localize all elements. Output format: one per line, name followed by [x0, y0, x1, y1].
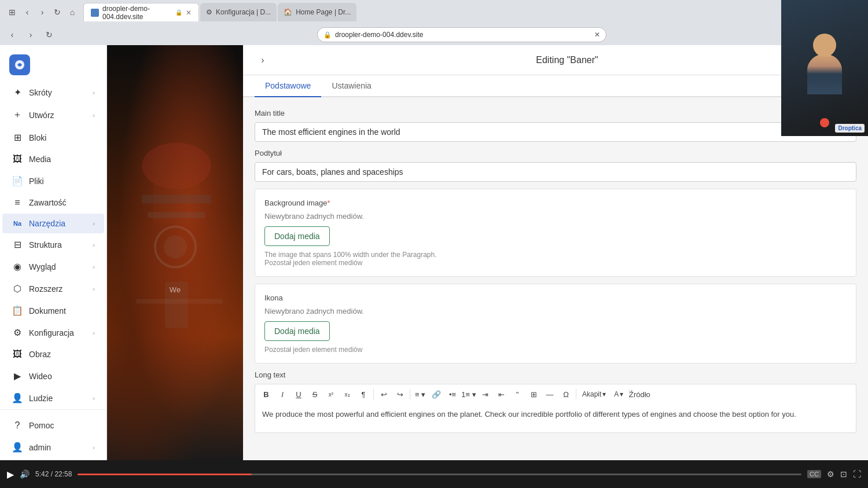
sidebar-help-label: Pomoc — [29, 421, 95, 430]
addr-clear-icon[interactable]: ✕ — [594, 31, 600, 39]
pip-button[interactable]: ⊡ — [840, 469, 847, 479]
main-title-label: Main title — [255, 109, 856, 118]
tools-icon: Na — [12, 220, 23, 227]
rte-subscript-button[interactable]: x₂ — [340, 387, 355, 402]
sidebar-item-files[interactable]: 📄 Pliki — [2, 170, 104, 192]
sidebar-item-help[interactable]: ? Pomoc — [2, 415, 104, 436]
rte-toolbar: B I U S x² x₂ ¶ ↩ ↪ ≡ ▾ 🔗 •≡ 1≡ ▾ ⇥ ⇤ — [255, 384, 856, 404]
rte-blockquote-button[interactable]: " — [510, 387, 525, 402]
rte-content-area[interactable]: We produce the most powerful and efficie… — [255, 404, 856, 433]
long-text-label: Long text — [255, 370, 856, 379]
address-bar-row: ‹ › ↻ 🔒 droopler-demo-004.ddev.site ✕ — [0, 24, 868, 45]
sidebar-item-create[interactable]: ＋ Utwórz › — [2, 104, 104, 126]
extend-icon: ⬡ — [12, 283, 23, 294]
other-tab-2[interactable]: 🏠 Home Page | Dr... — [278, 3, 356, 21]
rte-indent-more-button[interactable]: ⇥ — [477, 387, 492, 402]
bg-image-add-media-button[interactable]: Dodaj media — [264, 226, 330, 246]
video-icon: ▶ — [12, 370, 23, 381]
volume-button[interactable]: 🔊 — [20, 469, 30, 479]
tab-close-icon[interactable]: ✕ — [186, 9, 192, 17]
rte-indent-less-button[interactable]: ⇤ — [494, 387, 509, 402]
squares-btn[interactable]: ⊞ — [6, 6, 19, 19]
rte-ul-button[interactable]: •≡ — [445, 387, 460, 402]
fullscreen-button[interactable]: ⛶ — [853, 469, 861, 479]
back-btn[interactable]: ‹ — [21, 6, 34, 19]
rte-undo-button[interactable]: ↩ — [376, 387, 391, 402]
sidebar-item-extend[interactable]: ⬡ Rozszerz › — [2, 278, 104, 299]
structure-arrow-icon: › — [93, 241, 95, 248]
rte-ol-button[interactable]: 1≡ ▾ — [461, 387, 476, 402]
rte-link-button[interactable]: 🔗 — [429, 387, 444, 402]
tab-podstawowe[interactable]: Podstawowe — [255, 75, 321, 97]
sidebar-structure-label: Struktura — [29, 240, 87, 249]
sidebar-item-appearance[interactable]: ◉ Wygląd › — [2, 256, 104, 277]
settings-button[interactable]: ⚙ — [827, 469, 834, 479]
addr-reload-btn[interactable]: ↻ — [42, 27, 57, 42]
icon-empty-text: Niewybrano żadnych mediów. — [264, 307, 847, 315]
preview-image: We — [107, 45, 243, 460]
addr-back-btn[interactable]: ‹ — [5, 27, 20, 42]
rte-size-dropdown[interactable]: A ▾ — [610, 389, 627, 399]
people-arrow-icon: › — [93, 395, 95, 402]
config-icon: ⚙ — [12, 327, 23, 338]
address-url: droopler-demo-004.ddev.site — [335, 31, 424, 39]
rte-style-dropdown[interactable]: Akapit ▾ — [579, 389, 609, 399]
sidebar-item-admin[interactable]: 👤 admin › — [2, 436, 104, 458]
address-field[interactable]: 🔒 droopler-demo-004.ddev.site ✕ — [317, 27, 606, 42]
sidebar-item-config[interactable]: ⚙ Konfiguracja › — [2, 322, 104, 343]
sidebar-bottom: ? Pomoc 👤 admin › — [0, 409, 106, 460]
sidebar-item-tools[interactable]: Na Narzędzia › — [2, 214, 104, 233]
icon-hint: Pozostał jeden element mediów — [264, 346, 847, 354]
sidebar-admin-label: admin — [29, 443, 87, 452]
active-tab[interactable]: droopler-demo-004.ddev.site 🔒 ✕ — [83, 3, 199, 21]
shortcuts-arrow-icon: › — [93, 89, 95, 96]
rte-table-button[interactable]: ⊞ — [526, 387, 541, 402]
sidebar-item-shortcuts[interactable]: ✦ Skróty › — [2, 82, 104, 103]
video-overlay-inner: Droptica — [781, 0, 868, 136]
reload-btn[interactable]: ↻ — [51, 6, 64, 19]
subtitle-input[interactable] — [255, 162, 856, 182]
rte-bold-button[interactable]: B — [259, 387, 274, 402]
help-icon: ? — [12, 420, 23, 431]
rte-redo-button[interactable]: ↪ — [392, 387, 407, 402]
forward-btn[interactable]: › — [36, 6, 49, 19]
sidebar-item-video[interactable]: ▶ Wideo — [2, 365, 104, 387]
person-figure — [807, 54, 842, 94]
rte-italic-button[interactable]: I — [275, 387, 290, 402]
rte-special-char-button[interactable]: Ω — [558, 387, 573, 402]
sidebar-item-document[interactable]: 📋 Dokument — [2, 300, 104, 321]
bg-image-hint: The image that spans 100% width under th… — [264, 251, 847, 267]
bg-image-hint-line2: Pozostał jeden element mediów — [264, 259, 847, 267]
create-arrow-icon: › — [93, 112, 95, 119]
structure-icon: ⊟ — [12, 239, 23, 250]
sidebar-item-structure[interactable]: ⊟ Struktura › — [2, 234, 104, 255]
sidebar-item-people[interactable]: 👤 Ludzie › — [2, 387, 104, 409]
tab-ustawienia[interactable]: Ustawienia — [321, 75, 381, 97]
icon-label: Ikona — [264, 293, 847, 302]
rte-hr-button[interactable]: — — [542, 387, 557, 402]
rte-strikethrough-button[interactable]: S — [307, 387, 322, 402]
extend-arrow-icon: › — [93, 285, 95, 292]
other-tab-1[interactable]: ⚙ Konfiguracja | D... — [200, 3, 277, 21]
addr-forward-btn[interactable]: › — [23, 27, 38, 42]
sidebar-tools-label: Narzędzia — [29, 219, 87, 228]
video-progress-bar[interactable] — [78, 474, 801, 475]
home-btn[interactable]: ⌂ — [66, 6, 79, 19]
video-progress-fill — [78, 474, 251, 475]
rte-format-button[interactable]: ¶ — [356, 387, 371, 402]
media-icon: 🖼 — [12, 154, 23, 164]
rte-align-button[interactable]: ≡ ▾ — [413, 387, 428, 402]
sidebar-item-media[interactable]: 🖼 Media — [2, 149, 104, 170]
rte-source-button[interactable]: Źródło — [632, 387, 647, 402]
sidebar-item-content[interactable]: ≡ Zawartość — [2, 192, 104, 213]
rte-underline-button[interactable]: U — [291, 387, 306, 402]
icon-add-media-button[interactable]: Dodaj media — [264, 321, 330, 341]
rte-superscript-button[interactable]: x² — [323, 387, 339, 402]
sidebar-item-blocks[interactable]: ⊞ Bloki — [2, 127, 104, 148]
sidebar-item-image[interactable]: 🖼 Obraz — [2, 344, 104, 365]
app-logo — [9, 54, 30, 75]
play-button[interactable]: ▶ — [7, 469, 14, 480]
cc-button[interactable]: CC — [807, 470, 821, 478]
main-title-input[interactable] — [255, 122, 856, 142]
expand-button[interactable]: › — [255, 52, 271, 68]
